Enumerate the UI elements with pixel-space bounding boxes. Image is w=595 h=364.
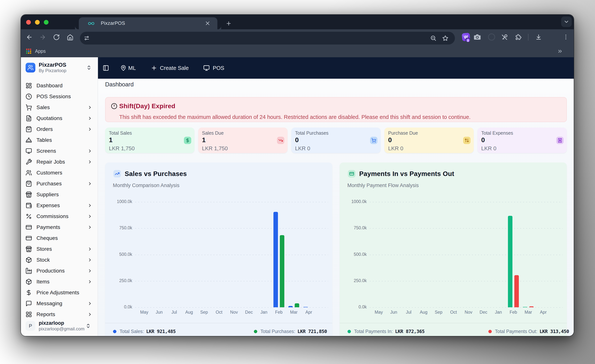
zoom-icon[interactable]	[430, 35, 437, 41]
profile-avatar-icon[interactable]	[488, 34, 495, 41]
browser-menu-button[interactable]	[563, 34, 569, 40]
sidebar-item-purchases[interactable]: Purchases	[21, 178, 98, 189]
legend-dot-icon	[347, 330, 351, 333]
x-axis-label: Jan	[255, 310, 272, 315]
workspace-switcher[interactable]: PixzarPOS By Pixzarloop	[21, 57, 98, 73]
tab-title: PixzarPOS	[101, 20, 125, 26]
stat-amount: LKR 0	[295, 145, 377, 151]
sidebar-item-screens[interactable]: Screens	[21, 145, 98, 157]
x-axis-label: Dec	[475, 310, 492, 315]
sidebar-item-quotations[interactable]: Quotations	[21, 113, 98, 124]
chevron-right-icon	[87, 149, 92, 153]
sidebar-toggle-button[interactable]	[103, 65, 109, 71]
location-selector[interactable]: ML	[120, 65, 136, 71]
brand-logo	[26, 63, 35, 73]
maximize-window-button[interactable]	[44, 20, 49, 25]
store-icon	[26, 246, 32, 252]
sidebar-item-productions[interactable]: Productions	[21, 265, 98, 276]
sidebar-item-commissions[interactable]: Commissions	[21, 211, 98, 222]
chevron-right-icon	[87, 181, 92, 186]
sidebar-item-price-adjustments[interactable]: Price Adjustments	[21, 287, 98, 298]
dollar-sign-icon	[185, 138, 190, 143]
gridline	[135, 202, 328, 202]
apps-grid-dot	[26, 50, 28, 52]
sidebar-item-dashboard[interactable]: Dashboard	[21, 80, 98, 91]
sidebar-item-messaging[interactable]: Messaging	[21, 298, 98, 309]
chevron-right-icon	[87, 127, 92, 132]
extension-badge: 8	[465, 38, 470, 43]
bookmarks-overflow-icon[interactable]	[557, 48, 563, 54]
sidebar-item-label: Stock	[36, 257, 87, 263]
x-axis-label: Jul	[166, 310, 182, 315]
sidebar-item-pos-sessions[interactable]: POS Sessions	[21, 91, 98, 102]
user-menu[interactable]: P pixzarloop pixzarloop@gmail.com	[21, 320, 98, 336]
address-bar[interactable]	[80, 32, 455, 45]
reload-button[interactable]	[53, 34, 60, 41]
sidebar-item-label: Expenses	[36, 202, 87, 208]
file-text-icon	[26, 115, 32, 122]
legend-item: Total Payments Out:LKR 313,450	[488, 329, 569, 334]
tab-strip: PixzarPOS	[21, 15, 574, 29]
apps-grid-dot	[30, 50, 31, 52]
y-axis-tick: 250.0k	[343, 278, 367, 283]
x-axis-label: Oct	[445, 310, 462, 315]
new-tab-button[interactable]	[226, 21, 232, 27]
gridline	[135, 228, 328, 229]
stat-card-total-expenses: Total Expenses0LKR 0	[477, 128, 567, 153]
pos-button[interactable]: POS	[203, 65, 224, 71]
sidebar-item-payments[interactable]: Payments	[21, 222, 98, 233]
tab-close-icon[interactable]	[205, 20, 211, 26]
legend-item: Total Payments In:LKR 872,365	[347, 329, 425, 334]
sidebar-item-label: POS Sessions	[36, 94, 92, 100]
sidebar-item-stock[interactable]: Stock	[21, 254, 98, 265]
sidebar-item-expenses[interactable]: Expenses	[21, 200, 98, 211]
map-pin-icon	[120, 65, 126, 71]
bookmark-star-icon[interactable]	[442, 35, 448, 41]
sidebar-item-orders[interactable]: Orders	[21, 124, 98, 135]
gridline	[135, 255, 328, 255]
circle-alert-icon	[111, 103, 117, 109]
forward-button[interactable]	[39, 34, 46, 41]
sidebar-item-cheques[interactable]: Cheques	[21, 233, 98, 244]
apps-grid-icon[interactable]	[26, 49, 31, 54]
create-sale-button[interactable]: Create Sale	[151, 65, 189, 71]
monitor-icon	[26, 148, 32, 154]
tab-search-button[interactable]	[561, 17, 572, 27]
location-label: ML	[128, 65, 136, 71]
sidebar-item-customers[interactable]: Customers	[21, 167, 98, 178]
browser-toolbar: W 8	[21, 29, 574, 45]
sidebar-item-items[interactable]: Items	[21, 276, 98, 287]
stat-card-sales-due: Sales Due1LKR 1,750	[198, 128, 288, 153]
x-axis-label: Feb	[505, 310, 522, 315]
chart-card-payments-in-vs-payments-out: Payments In vs Payments OutMonthly Payme…	[340, 163, 567, 336]
sidebar-item-tables[interactable]: Tables	[21, 135, 98, 145]
sidebar-item-label: Commissions	[36, 213, 87, 219]
x-axis-label: Jan	[490, 310, 507, 315]
camera-extension-icon[interactable]	[473, 33, 481, 41]
sidebar-item-stores[interactable]: Stores	[21, 244, 98, 254]
close-window-button[interactable]	[26, 20, 31, 25]
clock-icon	[26, 93, 32, 100]
minimize-window-button[interactable]	[35, 20, 40, 25]
sidebar-item-sales[interactable]: Sales	[21, 102, 98, 113]
credit-card-icon	[26, 224, 32, 230]
chart-legend: Total Payments In:LKR 872,365Total Payme…	[340, 323, 567, 336]
legend-dot-icon	[488, 330, 492, 333]
password-manager-icon[interactable]	[501, 34, 508, 41]
chart-title: Payments In vs Payments Out	[359, 170, 454, 178]
site-settings-icon[interactable]	[84, 35, 90, 41]
sidebar-item-label: Items	[36, 279, 87, 285]
sidebar-item-reports[interactable]: Reports	[21, 309, 98, 320]
downloads-button[interactable]	[535, 34, 542, 40]
home-button[interactable]	[67, 34, 73, 41]
browser-tab[interactable]: PixzarPOS	[79, 17, 217, 29]
back-button[interactable]	[26, 34, 33, 41]
alert-title: Shift(Day) Expired	[119, 102, 470, 110]
legend-dot-icon	[113, 330, 116, 333]
extensions-puzzle-icon[interactable]	[515, 34, 522, 40]
sidebar-item-repair-jobs[interactable]: Repair Jobs	[21, 157, 98, 167]
stat-label: Total Sales	[109, 130, 191, 136]
sidebar-item-suppliers[interactable]: Suppliers	[21, 189, 98, 200]
chevron-right-icon	[87, 116, 92, 121]
apps-bookmark[interactable]: Apps	[35, 48, 46, 54]
